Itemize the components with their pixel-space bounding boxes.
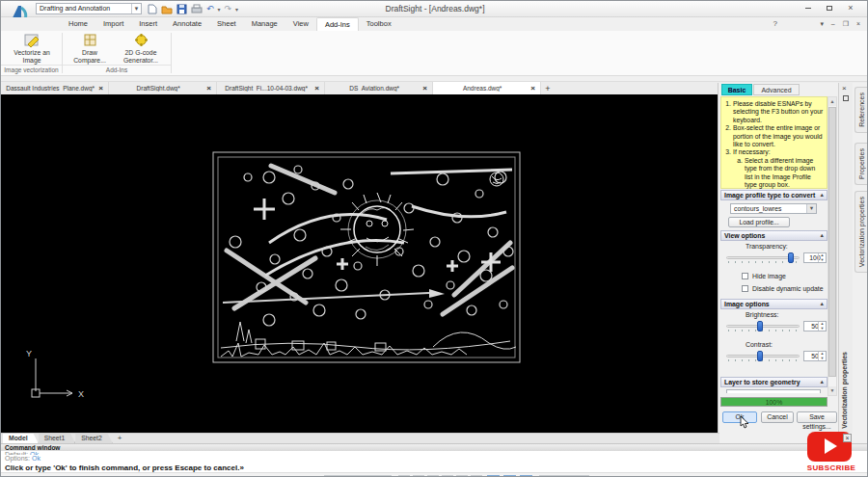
redo-icon[interactable]: ↷ [225,4,232,13]
section-image-options[interactable]: Image options ▲ [720,299,827,309]
undo-caret-icon[interactable]: ▾ [218,6,221,13]
gcode-generator-button[interactable]: 2D G-code Generator... [115,33,167,65]
close-icon[interactable]: × [529,84,537,93]
tab-import[interactable]: Import [95,17,131,31]
tab-home[interactable]: Home [61,17,95,31]
scroll-down-icon[interactable]: ▼ [828,386,836,395]
close-button[interactable]: × [844,3,857,13]
undo-icon[interactable]: ↶ [206,4,214,13]
panel-scrollbar[interactable]: ▲ ▼ [827,96,837,396]
load-profile-button[interactable]: Load profile... [728,217,790,227]
doctab-ds-aviation[interactable]: DS_Aviation.dwg* × [325,82,433,94]
command-window-header[interactable]: Command window [1,443,868,451]
document-window-controls[interactable]: ▾ – ❐ × [820,20,863,28]
tab-annotate[interactable]: Annotate [165,17,209,31]
section-image-profile[interactable]: Image profile type to convert ▲ [720,190,827,200]
sidetab-properties[interactable]: Properties [854,143,868,185]
sidetab-references[interactable]: References [854,87,868,133]
close-icon[interactable]: × [204,84,213,93]
add-sheet-button[interactable]: + [113,434,127,443]
progress-value: 100% [766,399,782,406]
collapse-icon[interactable]: ▲ [820,231,825,240]
doctab-label: DS_Aviation.dwg* [328,85,420,92]
tab-insert[interactable]: Insert [131,17,165,31]
scroll-up-icon[interactable]: ▲ [828,97,836,106]
section-layer-geometry[interactable]: Layer to store geometry ▲ [720,377,827,387]
redo-caret-icon[interactable]: ▾ [235,6,238,13]
spin-arrows-icon[interactable]: ▲▼ [818,322,826,331]
subscribe-label[interactable]: SUBSCRIBE [801,464,861,472]
collapse-icon[interactable]: ▲ [820,300,825,308]
slider-thumb[interactable] [788,252,794,263]
contrast-slider[interactable] [726,351,800,363]
slider-thumb[interactable] [757,351,763,361]
restore-button[interactable] [823,3,836,13]
collapse-icon[interactable]: ▲ [820,378,825,386]
slider-thumb[interactable] [757,321,763,331]
spin-arrows-icon[interactable]: ▲▼ [818,352,826,360]
close-icon[interactable]: × [312,84,321,93]
tab-basic[interactable]: Basic [721,84,752,95]
panel-vertical-title: Vectorization properties [841,352,848,429]
panel-pin-icon[interactable] [843,95,849,101]
close-icon[interactable]: × [420,84,429,93]
save-icon[interactable] [176,4,187,14]
sheettab-model[interactable]: Model [3,434,39,443]
brightness-label: Brightness: [746,311,778,318]
tab-toolbox[interactable]: Toolbox [359,17,399,31]
tab-sheet[interactable]: Sheet [209,17,244,31]
drawing-canvas[interactable]: Y X [1,94,719,433]
sheettab-sheet2[interactable]: Sheet2 [75,434,113,443]
brightness-slider[interactable] [726,321,800,333]
help-button[interactable]: ? [773,19,777,28]
sheettab-sheet1[interactable]: Sheet1 [39,434,76,443]
vectorization-panel: Basic Advanced 1. Please disable ESNAPs … [718,83,838,433]
draw-compare-button[interactable]: Draw Compare... [67,33,113,65]
hide-image-checkbox[interactable]: Hide image [742,273,786,279]
doctab-dassault[interactable]: Dassault Industries_Plane.dwg* × [1,82,109,94]
contrast-spinbox[interactable]: 50 ▲▼ [803,351,827,361]
ribbon-tabs: Home Import Insert Annotate Sheet Manage… [61,17,399,31]
collapse-icon[interactable]: ▲ [820,191,825,199]
close-icon[interactable]: × [96,84,105,93]
tab-add-ins[interactable]: Add-Ins [316,17,359,31]
instruction-subitem: a. Select a different image type from th… [736,157,825,190]
minimize-button[interactable] [801,3,815,13]
gcode-generator-label: 2D G-code Generator... [123,49,158,64]
section-view-options[interactable]: View options ▲ [720,230,827,241]
vectorize-image-label: Vectorize an Image [14,49,49,64]
checkbox-icon[interactable] [742,285,748,292]
disable-dynamic-update-checkbox[interactable]: Disable dynamic update [742,285,824,292]
contrast-label: Contrast: [746,341,773,348]
vectorize-image-button[interactable]: Vectorize an Image [5,33,59,65]
spin-arrows-icon[interactable]: ▲▼ [818,253,826,262]
open-folder-icon[interactable] [161,4,173,14]
new-document-tab-button[interactable]: + [541,82,555,94]
tab-advanced[interactable]: Advanced [753,84,800,95]
layer-combobox-partial[interactable] [726,389,821,393]
transparency-slider[interactable] [726,252,800,265]
doctab-draftsight[interactable]: DraftSight.dwg* × [109,82,217,94]
command-window[interactable]: Default: Ok Options: Ok Click or type 'O… [1,451,868,472]
menu-bar: Home Import Insert Annotate Sheet Manage… [1,17,868,31]
sidetab-vectorization-properties[interactable]: Vectorization properties [854,191,868,273]
brightness-spinbox[interactable]: 50 ▲▼ [803,321,827,331]
options-ok-link[interactable]: Ok [32,455,41,462]
save-settings-button[interactable]: Save settings... [797,411,837,423]
print-icon[interactable] [191,4,203,14]
cancel-button[interactable]: Cancel [761,411,794,423]
transparency-spinbox[interactable]: 100 ▲▼ [803,252,827,263]
workspace-select[interactable]: Drafting and Annotation ▼ [36,3,142,14]
scrollbar-thumb[interactable] [828,107,836,377]
doctab-draftsight-fi[interactable]: DraftSight_Fi...10-04-03.dwg* × [217,82,325,94]
checkbox-icon[interactable] [742,273,748,279]
draw-compare-label: Draw Compare... [73,49,106,64]
profile-combobox[interactable]: contours_lowres ▼ [730,203,817,214]
tab-manage[interactable]: Manage [244,17,285,31]
new-file-icon[interactable] [148,4,157,14]
tab-view[interactable]: View [285,17,316,31]
panel-close-icon[interactable]: × [842,84,847,93]
progress-bar: 100% [720,397,827,407]
doctab-andreas[interactable]: Andreas.dwg* × [433,82,541,94]
overlay-close-icon[interactable]: × [843,434,852,442]
